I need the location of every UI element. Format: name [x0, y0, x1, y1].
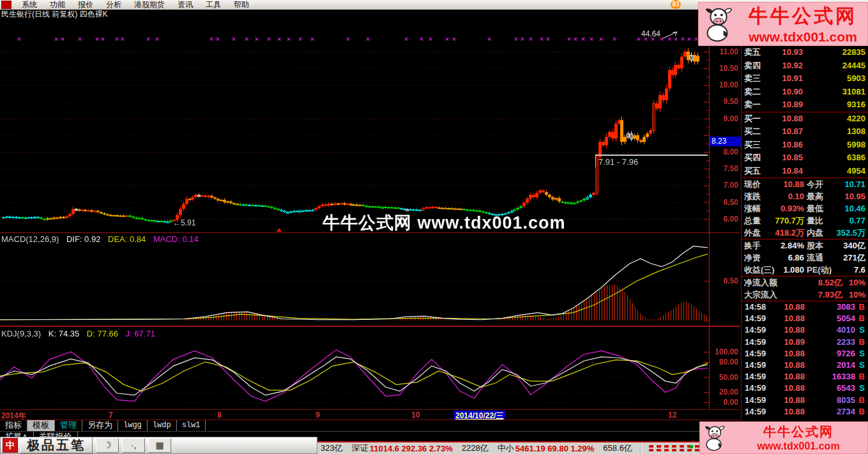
- gap-annotation: 7.91 - 7.96: [598, 157, 638, 167]
- price-axis-label: 10.00: [710, 80, 738, 89]
- menu-system[interactable]: 系统: [15, 0, 43, 10]
- menu-function[interactable]: 功能: [43, 0, 72, 10]
- menu-hk-futures[interactable]: 港股期货: [128, 0, 171, 10]
- price-axis-label: 7.00: [710, 181, 738, 190]
- watermark-site-name: 牛牛公式网: [749, 3, 857, 29]
- input-method-panel: 中 极品五笔 ☽ ·, ▦: [0, 437, 317, 454]
- float-shares: 271亿: [835, 252, 865, 264]
- bid-row[interactable]: 买三10.865998: [742, 139, 868, 152]
- bid-row[interactable]: 买五10.844954: [742, 165, 868, 178]
- ask-row[interactable]: 卖二10.9031081: [742, 86, 868, 99]
- price-axis-marker: 8.23: [710, 137, 741, 146]
- price-axis-label: 9.00: [710, 114, 738, 123]
- last-price: 10.88: [767, 178, 804, 190]
- kdj-header: KDJ(9,3,3) K: 74.35 D: 77.66 J: 67.71: [1, 329, 160, 338]
- center-watermark: 牛牛公式网 www.tdx001.com: [323, 211, 566, 234]
- sh-turnover: 323亿: [321, 443, 343, 454]
- tick-row[interactable]: 14:5910.885054B: [742, 313, 868, 324]
- open-price: 10.71: [835, 178, 865, 190]
- tdx-trading-app: 系统 功能 报价 分析 港股期货 资讯 工具 帮助 交易已锁定 民生银行 83 …: [0, 0, 868, 454]
- fund-flow-section: 净流入额8.52亿10% 大宗流入7.93亿10%: [742, 276, 868, 301]
- date-axis: 2014年789102014/10/22/三12: [0, 409, 740, 420]
- tick-row[interactable]: 14:5910.8816338B: [742, 371, 868, 382]
- sme-turnover: 658.6亿: [603, 443, 632, 454]
- szse-label[interactable]: 深证: [352, 443, 369, 454]
- notification-badge[interactable]: 83: [671, 0, 681, 9]
- tab-lwgg[interactable]: lwgg: [118, 420, 148, 431]
- bid-row[interactable]: 买二10.871308: [742, 125, 868, 139]
- ime-fullhalf-toggle[interactable]: ☽: [96, 438, 119, 453]
- menu-analysis[interactable]: 分析: [100, 0, 128, 10]
- kdj-axis-label: 80.00: [710, 358, 738, 367]
- tick-row[interactable]: 14:5910.886543S: [742, 382, 868, 394]
- volume-ratio: 0.77: [835, 215, 865, 227]
- outer-volume: 418.2万: [767, 227, 804, 239]
- tab-manage[interactable]: 管理: [55, 420, 82, 431]
- ask-row[interactable]: 卖一10.899316: [742, 98, 868, 112]
- menu-quote[interactable]: 报价: [72, 0, 100, 10]
- low-arrow-icon: ←: [173, 218, 181, 227]
- inner-volume: 352.5万: [835, 227, 865, 239]
- szse-values: 11014.6 292.36 2.73%: [370, 444, 453, 453]
- tick-row[interactable]: 14:5910.882734B: [742, 406, 868, 418]
- macd-dif-value: DIF: 0.92: [66, 234, 100, 244]
- watermark-site-url: www.tdx001.com: [749, 29, 857, 45]
- kdj-axis-label: 100.00: [710, 347, 738, 356]
- ime-name[interactable]: 极品五笔: [20, 437, 93, 453]
- kdj-d-value: D: 77.66: [87, 329, 118, 338]
- statusbar-divider: [640, 444, 641, 453]
- tick-row[interactable]: 14:5910.884010S: [742, 324, 868, 336]
- tick-list: 14:5810.883083B 14:5910.885054B 14:5910.…: [742, 301, 868, 418]
- indicator-tab-row: 指标 模板 管理 另存为 lwgg lwdp slw1: [0, 420, 740, 431]
- kdj-axis-label: 0.00: [710, 398, 738, 407]
- watermark-site-name: 牛牛公式网: [763, 423, 834, 441]
- macd-name: MACD(12,26,9): [1, 234, 59, 244]
- bid-row[interactable]: 买一10.884220: [742, 112, 868, 126]
- price-axis-label: 6.50: [710, 198, 738, 207]
- bid-row[interactable]: 买四10.856386: [742, 151, 868, 165]
- price-axis-label: 7.50: [710, 164, 738, 173]
- tab-template[interactable]: 模板: [27, 420, 55, 431]
- kdj-k-value: K: 74.35: [49, 329, 79, 338]
- ime-punctuation-toggle[interactable]: ·,: [122, 438, 145, 453]
- sme-label[interactable]: 中小: [498, 443, 514, 454]
- low-price: 10.46: [835, 202, 865, 215]
- tick-row[interactable]: 14:5910.892233B: [742, 337, 868, 348]
- low-annotation: 5.91: [181, 218, 195, 227]
- tab-slw1[interactable]: slw1: [177, 420, 206, 431]
- kdj-name: KDJ(9,3,3): [1, 329, 41, 338]
- watermark-site-url: www.tdx001.com: [757, 441, 839, 452]
- bid-section: 买一10.884220 买二10.871308 买三10.865998 买四10…: [742, 112, 868, 179]
- ask-row[interactable]: 卖三10.915903: [742, 72, 868, 86]
- ime-softkeyboard-button[interactable]: ▦: [148, 438, 171, 453]
- tick-row[interactable]: 14:5910.888035B: [742, 395, 868, 406]
- tab-save-as[interactable]: 另存为: [82, 420, 118, 431]
- app-logo-icon: [1, 1, 11, 9]
- macd-header: MACD(12,26,9) DIF: 0.92 DEA: 0.84 MACD: …: [1, 234, 204, 244]
- menu-news[interactable]: 资讯: [171, 0, 199, 10]
- sz-turnover: 2228亿: [462, 443, 489, 454]
- ask-row[interactable]: 卖四10.9224445: [742, 59, 868, 73]
- ask-section: 卖五10.9322835 卖四10.9224445 卖三10.915903 卖二…: [742, 46, 868, 112]
- tick-row[interactable]: 14:5810.883083B: [742, 301, 868, 313]
- tab-indicator[interactable]: 指标: [0, 420, 27, 431]
- pe-ratio: 7.6: [835, 264, 865, 276]
- change-percent: 0.93%: [767, 202, 804, 215]
- tick-row[interactable]: 14:5910.889726S: [742, 348, 868, 359]
- tick-row[interactable]: 14:5910.882014S: [742, 359, 868, 371]
- date-axis-label: 12: [668, 411, 676, 420]
- ime-logo-icon[interactable]: 中: [3, 438, 18, 453]
- date-axis-label: 7: [109, 411, 113, 420]
- cow-logo-icon: [700, 423, 729, 453]
- total-shares: 340亿: [835, 239, 865, 252]
- date-axis-label: 10: [411, 411, 420, 420]
- date-axis-label: 8: [217, 411, 222, 420]
- net-assets: 6.86: [767, 252, 804, 264]
- menu-tools[interactable]: 工具: [199, 0, 227, 10]
- ask-row[interactable]: 卖五10.9322835: [742, 46, 868, 59]
- tab-lwdp[interactable]: lwdp: [148, 420, 177, 431]
- menu-help[interactable]: 帮助: [227, 0, 255, 10]
- macd-dea-value: DEA: 0.84: [108, 234, 146, 244]
- high-price: 10.95: [835, 190, 865, 202]
- kdj-axis-label: 50.00: [710, 373, 738, 382]
